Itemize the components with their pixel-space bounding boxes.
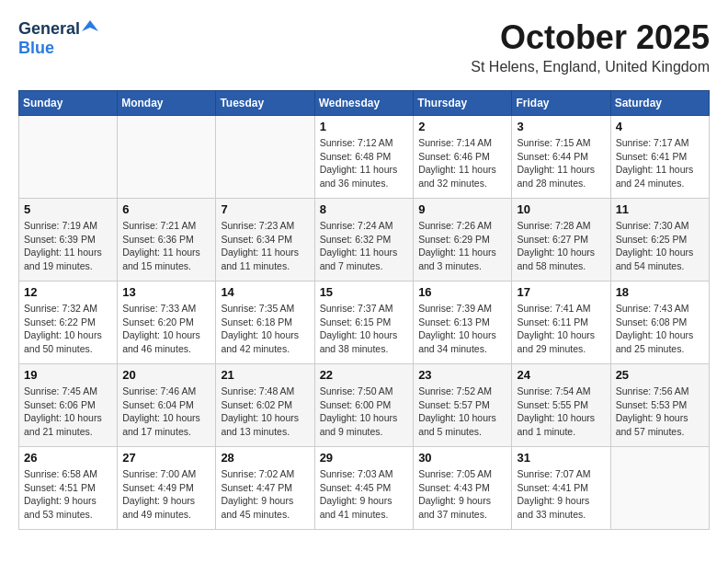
calendar-cell: 11Sunrise: 7:30 AM Sunset: 6:25 PM Dayli…	[610, 199, 709, 282]
day-number: 28	[221, 451, 309, 465]
calendar-cell: 3Sunrise: 7:15 AM Sunset: 6:44 PM Daylig…	[512, 116, 610, 199]
calendar-cell	[216, 116, 314, 199]
day-info: Sunrise: 6:58 AM Sunset: 4:51 PM Dayligh…	[24, 467, 112, 522]
day-number: 14	[221, 285, 309, 299]
day-number: 10	[517, 202, 605, 216]
day-number: 27	[122, 451, 210, 465]
calendar-cell: 5Sunrise: 7:19 AM Sunset: 6:39 PM Daylig…	[19, 199, 118, 282]
day-number: 6	[122, 202, 210, 216]
calendar-cell: 1Sunrise: 7:12 AM Sunset: 6:48 PM Daylig…	[314, 116, 414, 199]
calendar-cell: 30Sunrise: 7:05 AM Sunset: 4:43 PM Dayli…	[414, 447, 512, 530]
day-number: 30	[418, 451, 506, 465]
calendar-table: SundayMondayTuesdayWednesdayThursdayFrid…	[18, 90, 710, 530]
day-number: 1	[320, 120, 409, 133]
day-info: Sunrise: 7:33 AM Sunset: 6:20 PM Dayligh…	[122, 302, 210, 356]
day-number: 25	[616, 368, 704, 382]
calendar-week-row: 19Sunrise: 7:45 AM Sunset: 6:06 PM Dayli…	[19, 364, 710, 447]
day-info: Sunrise: 7:46 AM Sunset: 6:04 PM Dayligh…	[122, 385, 210, 439]
day-number: 26	[24, 451, 112, 465]
calendar-cell: 8Sunrise: 7:24 AM Sunset: 6:32 PM Daylig…	[314, 199, 414, 282]
day-number: 5	[24, 202, 112, 216]
calendar-week-row: 26Sunrise: 6:58 AM Sunset: 4:51 PM Dayli…	[19, 447, 710, 530]
day-info: Sunrise: 7:07 AM Sunset: 4:41 PM Dayligh…	[517, 467, 605, 522]
day-number: 2	[418, 120, 506, 133]
day-number: 29	[320, 451, 409, 465]
calendar-cell: 2Sunrise: 7:14 AM Sunset: 6:46 PM Daylig…	[414, 116, 512, 199]
day-number: 7	[221, 202, 309, 216]
day-number: 31	[517, 451, 605, 465]
day-info: Sunrise: 7:39 AM Sunset: 6:13 PM Dayligh…	[418, 302, 506, 356]
weekday-header-row: SundayMondayTuesdayWednesdayThursdayFrid…	[19, 91, 710, 116]
day-info: Sunrise: 7:50 AM Sunset: 6:00 PM Dayligh…	[320, 385, 409, 439]
calendar-cell: 6Sunrise: 7:21 AM Sunset: 6:36 PM Daylig…	[118, 199, 216, 282]
day-number: 24	[517, 368, 605, 382]
day-number: 4	[616, 120, 704, 133]
day-info: Sunrise: 7:35 AM Sunset: 6:18 PM Dayligh…	[221, 302, 309, 356]
weekday-header-wednesday: Wednesday	[314, 91, 414, 116]
day-number: 3	[517, 120, 605, 133]
day-info: Sunrise: 7:45 AM Sunset: 6:06 PM Dayligh…	[24, 385, 112, 439]
day-number: 19	[24, 368, 112, 382]
calendar-cell: 26Sunrise: 6:58 AM Sunset: 4:51 PM Dayli…	[19, 447, 118, 530]
weekday-header-saturday: Saturday	[610, 91, 709, 116]
page-header: General Blue October 2025 St Helens, Eng…	[18, 18, 710, 75]
day-info: Sunrise: 7:41 AM Sunset: 6:11 PM Dayligh…	[517, 302, 605, 356]
calendar-cell: 29Sunrise: 7:03 AM Sunset: 4:45 PM Dayli…	[314, 447, 414, 530]
day-info: Sunrise: 7:23 AM Sunset: 6:34 PM Dayligh…	[221, 219, 309, 273]
calendar-cell	[118, 116, 216, 199]
calendar-cell: 31Sunrise: 7:07 AM Sunset: 4:41 PM Dayli…	[512, 447, 610, 530]
logo-general-text: General	[18, 19, 80, 39]
day-info: Sunrise: 7:03 AM Sunset: 4:45 PM Dayligh…	[320, 467, 409, 522]
calendar-cell: 28Sunrise: 7:02 AM Sunset: 4:47 PM Dayli…	[216, 447, 314, 530]
calendar-cell: 16Sunrise: 7:39 AM Sunset: 6:13 PM Dayli…	[414, 282, 512, 364]
calendar-cell	[610, 447, 709, 530]
calendar-cell: 25Sunrise: 7:56 AM Sunset: 5:53 PM Dayli…	[610, 364, 709, 447]
calendar-week-row: 1Sunrise: 7:12 AM Sunset: 6:48 PM Daylig…	[19, 116, 710, 199]
day-number: 18	[616, 285, 704, 299]
calendar-week-row: 5Sunrise: 7:19 AM Sunset: 6:39 PM Daylig…	[19, 199, 710, 282]
day-info: Sunrise: 7:15 AM Sunset: 6:44 PM Dayligh…	[517, 136, 605, 190]
calendar-cell: 23Sunrise: 7:52 AM Sunset: 5:57 PM Dayli…	[414, 364, 512, 447]
weekday-header-thursday: Thursday	[414, 91, 512, 116]
day-info: Sunrise: 7:26 AM Sunset: 6:29 PM Dayligh…	[418, 219, 506, 273]
day-number: 9	[418, 202, 506, 216]
title-area: October 2025 St Helens, England, United …	[471, 18, 710, 75]
svg-marker-0	[82, 20, 98, 31]
day-info: Sunrise: 7:05 AM Sunset: 4:43 PM Dayligh…	[418, 467, 506, 522]
calendar-cell: 7Sunrise: 7:23 AM Sunset: 6:34 PM Daylig…	[216, 199, 314, 282]
day-info: Sunrise: 7:30 AM Sunset: 6:25 PM Dayligh…	[616, 219, 704, 273]
day-number: 11	[616, 202, 704, 216]
logo-blue-text: Blue	[18, 39, 54, 58]
calendar-cell: 24Sunrise: 7:54 AM Sunset: 5:55 PM Dayli…	[512, 364, 610, 447]
calendar-cell: 17Sunrise: 7:41 AM Sunset: 6:11 PM Dayli…	[512, 282, 610, 364]
day-number: 22	[320, 368, 409, 382]
calendar-cell: 20Sunrise: 7:46 AM Sunset: 6:04 PM Dayli…	[118, 364, 216, 447]
day-number: 21	[221, 368, 309, 382]
day-info: Sunrise: 7:02 AM Sunset: 4:47 PM Dayligh…	[221, 467, 309, 522]
calendar-cell: 27Sunrise: 7:00 AM Sunset: 4:49 PM Dayli…	[118, 447, 216, 530]
day-info: Sunrise: 7:21 AM Sunset: 6:36 PM Dayligh…	[122, 219, 210, 273]
day-number: 12	[24, 285, 112, 299]
day-info: Sunrise: 7:17 AM Sunset: 6:41 PM Dayligh…	[616, 136, 704, 190]
day-info: Sunrise: 7:00 AM Sunset: 4:49 PM Dayligh…	[122, 467, 210, 522]
month-title: October 2025	[471, 18, 710, 57]
day-info: Sunrise: 7:37 AM Sunset: 6:15 PM Dayligh…	[320, 302, 409, 356]
day-number: 17	[517, 285, 605, 299]
day-info: Sunrise: 7:19 AM Sunset: 6:39 PM Dayligh…	[24, 219, 112, 273]
calendar-cell: 18Sunrise: 7:43 AM Sunset: 6:08 PM Dayli…	[610, 282, 709, 364]
calendar-cell: 10Sunrise: 7:28 AM Sunset: 6:27 PM Dayli…	[512, 199, 610, 282]
calendar-cell: 4Sunrise: 7:17 AM Sunset: 6:41 PM Daylig…	[610, 116, 709, 199]
calendar-cell: 9Sunrise: 7:26 AM Sunset: 6:29 PM Daylig…	[414, 199, 512, 282]
logo: General Blue	[18, 18, 98, 58]
day-info: Sunrise: 7:54 AM Sunset: 5:55 PM Dayligh…	[517, 385, 605, 439]
calendar-week-row: 12Sunrise: 7:32 AM Sunset: 6:22 PM Dayli…	[19, 282, 710, 364]
weekday-header-friday: Friday	[512, 91, 610, 116]
day-number: 8	[320, 202, 409, 216]
calendar-cell: 12Sunrise: 7:32 AM Sunset: 6:22 PM Dayli…	[19, 282, 118, 364]
weekday-header-sunday: Sunday	[19, 91, 118, 116]
day-info: Sunrise: 7:48 AM Sunset: 6:02 PM Dayligh…	[221, 385, 309, 439]
day-number: 15	[320, 285, 409, 299]
weekday-header-tuesday: Tuesday	[216, 91, 314, 116]
calendar-cell: 21Sunrise: 7:48 AM Sunset: 6:02 PM Dayli…	[216, 364, 314, 447]
day-info: Sunrise: 7:24 AM Sunset: 6:32 PM Dayligh…	[320, 219, 409, 273]
